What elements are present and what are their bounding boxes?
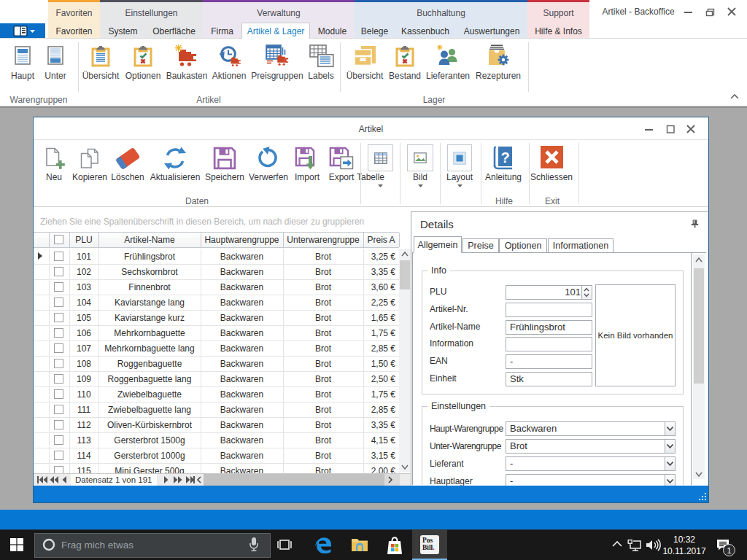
svg-text:?: ? — [500, 149, 509, 166]
